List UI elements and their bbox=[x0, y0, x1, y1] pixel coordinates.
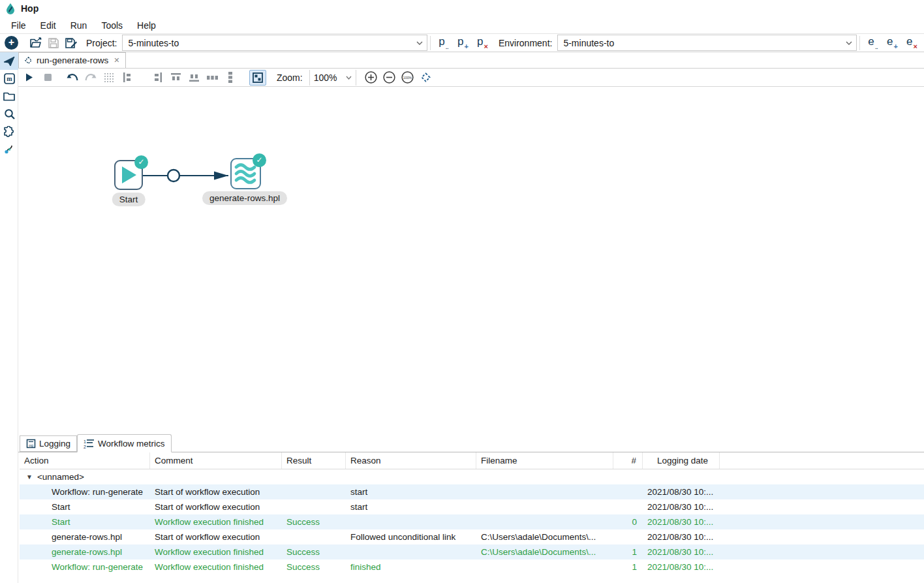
perspective-metadata[interactable]: m bbox=[0, 70, 18, 87]
edit-dots-icon: .. bbox=[875, 39, 878, 54]
distribute-vertical-icon bbox=[228, 72, 233, 83]
tab-run-generate-rows[interactable]: run-generate-rows ✕ bbox=[18, 52, 126, 68]
table-group-row[interactable]: ▼ <unnamed> bbox=[20, 469, 924, 484]
table-row[interactable]: Workflow: run-generate Workflow executio… bbox=[20, 559, 924, 575]
perspective-plugins[interactable] bbox=[0, 123, 18, 140]
redo-button[interactable] bbox=[82, 70, 99, 86]
zoom-combo[interactable]: 100% bbox=[309, 70, 356, 86]
undo-button[interactable] bbox=[64, 70, 81, 86]
metadata-icon: m bbox=[4, 73, 15, 84]
menu-run[interactable]: Run bbox=[65, 19, 93, 32]
table-row[interactable]: Workflow: run-generate Start of workflow… bbox=[20, 484, 924, 499]
column-header-action[interactable]: Action bbox=[20, 452, 150, 469]
column-header-count[interactable]: # bbox=[613, 452, 643, 469]
align-bottom-button[interactable] bbox=[185, 70, 202, 86]
environment-combo[interactable]: 5-minutes-to bbox=[557, 35, 857, 51]
perspective-file-explorer[interactable] bbox=[0, 87, 18, 105]
environment-edit-button[interactable]: e.. bbox=[863, 35, 882, 51]
neo4j-graph-icon bbox=[4, 144, 15, 155]
svg-text:100%: 100% bbox=[403, 76, 412, 80]
tab-logging[interactable]: og Logging bbox=[20, 435, 77, 452]
menubar: File Edit Run Tools Help bbox=[0, 17, 924, 33]
svg-text:1: 1 bbox=[84, 439, 86, 443]
workflow-node-start[interactable]: ✓ bbox=[114, 160, 143, 190]
chevron-down-icon[interactable] bbox=[416, 41, 423, 45]
save-as-button[interactable] bbox=[62, 35, 80, 51]
new-button[interactable]: + bbox=[3, 35, 20, 51]
close-icon[interactable]: ✕ bbox=[114, 56, 119, 65]
zoom-value: 100% bbox=[314, 72, 346, 83]
main-toolbar: + Project: 5-m bbox=[0, 33, 924, 52]
metrics-list-icon: 1 2 bbox=[84, 439, 95, 449]
stop-button[interactable] bbox=[39, 70, 56, 86]
zoom-in-button[interactable] bbox=[363, 70, 380, 86]
zoom-label: Zoom: bbox=[277, 72, 303, 83]
save-button[interactable] bbox=[44, 35, 62, 51]
file-tabbar: run-generate-rows ✕ bbox=[18, 52, 924, 69]
column-header-comment[interactable]: Comment bbox=[150, 452, 282, 469]
table-row[interactable]: Start Workflow execution finished Succes… bbox=[20, 514, 924, 529]
zoom-100-button[interactable]: 100% bbox=[399, 70, 416, 86]
project-delete-button[interactable]: p× bbox=[472, 35, 492, 51]
delete-x-icon: × bbox=[484, 39, 487, 54]
table-row[interactable]: generate-rows.hpl Workflow execution fin… bbox=[20, 544, 924, 559]
menu-file[interactable]: File bbox=[5, 19, 32, 32]
project-label: Project: bbox=[86, 38, 117, 48]
align-left-button[interactable] bbox=[119, 70, 136, 86]
execution-results-panel: og Logging 1 2 Wo bbox=[18, 433, 924, 583]
search-icon bbox=[4, 108, 15, 119]
perspective-data-orchestration[interactable] bbox=[0, 52, 18, 70]
table-row[interactable]: generate-rows.hpl Start of workflow exec… bbox=[20, 529, 924, 544]
zoom-out-icon bbox=[383, 71, 395, 84]
project-edit-button[interactable]: p.. bbox=[433, 35, 453, 51]
zoom-to-fit-button[interactable] bbox=[418, 70, 435, 86]
chevron-down-icon[interactable] bbox=[346, 76, 352, 80]
show-execution-results-button[interactable] bbox=[249, 70, 266, 86]
align-top-icon bbox=[171, 73, 181, 82]
table-header: Action Comment Result Reason Filename # … bbox=[20, 452, 924, 469]
workflow-node-pipeline[interactable]: ✓ bbox=[230, 158, 261, 189]
environment-delete-button[interactable]: e× bbox=[902, 35, 921, 51]
node-label-start: Start bbox=[112, 193, 146, 206]
open-folder-icon bbox=[29, 37, 42, 49]
table-row[interactable]: Start Start of workflow execution start … bbox=[20, 499, 924, 514]
distribute-horizontally-button[interactable] bbox=[204, 70, 221, 86]
chevron-down-icon[interactable] bbox=[846, 41, 852, 45]
project-add-button[interactable]: p+ bbox=[453, 35, 472, 51]
column-header-logging-date[interactable]: Logging date bbox=[643, 452, 720, 469]
workflow-canvas[interactable]: ✓ ✓ Start generate-rows.hpl bbox=[18, 87, 924, 433]
tab-label: run-generate-rows bbox=[37, 55, 108, 65]
workflow-metrics-table: Action Comment Result Reason Filename # … bbox=[18, 452, 924, 583]
align-right-button[interactable] bbox=[149, 70, 166, 86]
column-header-filename[interactable]: Filename bbox=[476, 452, 613, 469]
snap-to-grid-button[interactable] bbox=[100, 70, 117, 86]
zoom-out-button[interactable] bbox=[381, 70, 398, 86]
success-check-icon: ✓ bbox=[134, 155, 148, 169]
delete-x-icon: × bbox=[914, 39, 917, 54]
column-header-reason[interactable]: Reason bbox=[346, 452, 476, 469]
results-tabbar: og Logging 1 2 Wo bbox=[18, 433, 924, 452]
menu-edit[interactable]: Edit bbox=[35, 19, 62, 32]
project-combo[interactable]: 5-minutes-to bbox=[122, 35, 427, 51]
perspective-neo4j[interactable] bbox=[0, 140, 18, 158]
menu-help[interactable]: Help bbox=[131, 19, 162, 32]
plus-icon: + bbox=[5, 36, 18, 50]
environment-add-button[interactable]: e+ bbox=[882, 35, 902, 51]
open-button[interactable] bbox=[27, 35, 44, 51]
run-button[interactable] bbox=[21, 70, 38, 86]
collapse-chevron-icon[interactable]: ▼ bbox=[26, 473, 33, 481]
column-header-result[interactable]: Result bbox=[282, 452, 346, 469]
perspectives-rail: m bbox=[0, 52, 18, 583]
perspective-search[interactable] bbox=[0, 105, 18, 123]
redo-icon bbox=[85, 73, 97, 82]
distribute-vertically-button[interactable] bbox=[222, 70, 239, 86]
tab-workflow-metrics[interactable]: 1 2 Workflow metrics bbox=[77, 434, 172, 452]
canvas-toolbar: Zoom: 100% 100% bbox=[18, 69, 924, 87]
svg-text:2: 2 bbox=[84, 444, 86, 449]
align-top-button[interactable] bbox=[167, 70, 184, 86]
menu-tools[interactable]: Tools bbox=[95, 19, 129, 32]
edit-dots-icon: .. bbox=[446, 39, 448, 54]
environment-label: Environment: bbox=[499, 38, 552, 48]
align-bottom-icon bbox=[189, 73, 199, 82]
paper-plane-icon bbox=[3, 56, 15, 67]
